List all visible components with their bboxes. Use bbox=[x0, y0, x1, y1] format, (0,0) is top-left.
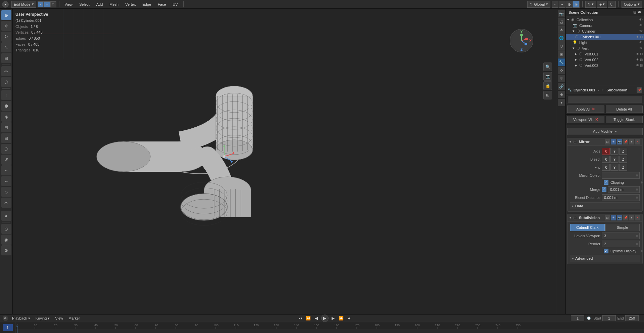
shade-solid[interactable]: ● bbox=[559, 1, 565, 8]
tool-smooth[interactable]: ~ bbox=[1, 165, 11, 175]
merge-checkbox[interactable]: ✓ bbox=[602, 187, 606, 192]
transform-selector[interactable]: ⊕ Global ▾ bbox=[527, 1, 550, 8]
search-input[interactable] bbox=[568, 96, 642, 102]
tree-item-vert002[interactable]: ▸ ⬡ Vert.002 👁 ⊟ bbox=[566, 57, 644, 63]
mirror-menu-icon[interactable]: ▾ bbox=[629, 139, 634, 144]
subd-realtime-icon[interactable]: 👁 bbox=[611, 215, 616, 220]
shade-rendered[interactable]: ◉ bbox=[573, 1, 580, 8]
props-world-icon[interactable]: ⬡ bbox=[558, 42, 565, 50]
mirror-axis-x[interactable]: X bbox=[602, 148, 610, 155]
keying-btn[interactable]: Keying ▾ bbox=[34, 316, 51, 321]
frame-block[interactable]: 1 bbox=[3, 324, 13, 331]
tree-item-camera[interactable]: 📷 Camera 👁 bbox=[566, 23, 644, 28]
gizmo-btn[interactable]: ⊕ ▾ bbox=[585, 1, 596, 8]
mirror-icon-1[interactable]: ⊟ bbox=[605, 139, 610, 144]
col-eye-icon[interactable]: 👁 bbox=[639, 18, 643, 22]
menu-add[interactable]: Add bbox=[94, 2, 106, 7]
bisect-dist-value[interactable]: 0.001 m bbox=[602, 194, 640, 201]
menu-view[interactable]: View bbox=[62, 2, 76, 7]
vert001-eye[interactable]: 👁 bbox=[636, 52, 639, 56]
mirror-axis-z[interactable]: Z bbox=[619, 148, 627, 155]
subd-render-icon[interactable]: 📷 bbox=[617, 215, 622, 220]
levels-viewport-input[interactable]: 3 bbox=[602, 233, 640, 239]
props-render-icon[interactable]: 📷 bbox=[558, 10, 565, 17]
mirror-realtime-icon[interactable]: 👁 bbox=[611, 139, 616, 144]
prev-key-btn[interactable]: ◀ bbox=[313, 315, 320, 322]
current-frame-display[interactable]: 1 bbox=[571, 315, 584, 321]
vert002-eye[interactable]: 👁 bbox=[636, 58, 639, 61]
toggle-stack-btn[interactable]: Toggle Stack bbox=[606, 116, 643, 123]
mode-selector[interactable]: Edit Mode ▾ bbox=[11, 1, 36, 8]
tree-item-vert003[interactable]: ▸ ⬡ Vert.003 👁 ⊟ bbox=[566, 63, 644, 68]
play-btn[interactable]: ▶ bbox=[321, 315, 329, 322]
tree-item-light[interactable]: 💡 Light 👁 bbox=[566, 40, 644, 45]
subd-menu-icon[interactable]: ▾ bbox=[629, 215, 634, 220]
start-frame-input[interactable]: 1 bbox=[602, 315, 616, 321]
tree-item-vert001[interactable]: ▸ ⬡ Vert.001 👁 ⊟ bbox=[566, 51, 644, 57]
tool-shear[interactable]: ◇ bbox=[1, 187, 11, 197]
add-modifier-btn[interactable]: Add Modifier ▾ bbox=[567, 128, 643, 135]
light-eye-icon[interactable]: 👁 bbox=[639, 41, 643, 44]
tool-extra-3[interactable]: ⚙ bbox=[1, 245, 11, 255]
render-input[interactable]: 2 bbox=[602, 241, 640, 247]
apply-all-btn[interactable]: Apply All ✕ bbox=[567, 106, 604, 113]
tool-cursor[interactable]: ⊕ bbox=[1, 10, 11, 20]
tool-move[interactable]: ✥ bbox=[1, 21, 11, 31]
subd-advanced-section[interactable]: ▸ Advanced bbox=[570, 255, 640, 262]
menu-face[interactable]: Face bbox=[155, 2, 168, 7]
mirror-close-icon[interactable]: ✕ bbox=[635, 139, 640, 144]
viewport[interactable]: User Perspective (1) Cylinder.001 Object… bbox=[13, 9, 557, 314]
tree-item-cylinder[interactable]: ▾ ⬡ Cylinder 👁 bbox=[566, 28, 644, 34]
tool-transform[interactable]: ⊞ bbox=[1, 53, 11, 63]
mirror-bisect-y[interactable]: Y bbox=[610, 156, 618, 163]
tool-loop-cut[interactable]: ⊟ bbox=[1, 122, 11, 132]
mirror-bisect-z[interactable]: Z bbox=[619, 156, 627, 163]
tool-extra-1[interactable]: ⊙ bbox=[1, 224, 11, 234]
mirror-data-section[interactable]: ▸ Data bbox=[570, 202, 640, 209]
shade-wireframe[interactable]: ○ bbox=[552, 1, 558, 8]
tool-extra-2[interactable]: ◉ bbox=[1, 235, 11, 245]
mirror-pin-icon[interactable]: 📌 bbox=[623, 139, 628, 144]
mode-vertex-icon[interactable]: ▪ bbox=[38, 1, 44, 7]
zoom-in-btn[interactable]: 🔍 bbox=[543, 63, 552, 71]
timeline-area-icon[interactable]: ⊕ bbox=[3, 316, 8, 321]
catmull-clark-btn[interactable]: Catmull-Clark bbox=[570, 224, 605, 231]
props-view-icon[interactable]: 👁 bbox=[558, 26, 565, 34]
viewport-gizmo[interactable]: X Y Z bbox=[510, 29, 537, 56]
options-btn[interactable]: Options ▾ bbox=[622, 1, 642, 8]
vert003-extra[interactable]: ⊟ bbox=[640, 64, 643, 67]
tool-extrude[interactable]: ↑ bbox=[1, 90, 11, 100]
merge-value[interactable]: 0.001 m bbox=[608, 186, 640, 193]
mirror-object-input[interactable] bbox=[602, 172, 640, 179]
mirror-axis-y[interactable]: Y bbox=[610, 148, 618, 155]
cylinder001-extra-icon[interactable]: ⊟ bbox=[640, 35, 643, 39]
mirror-modifier-header[interactable]: ▾ ⬡ Mirror ⊟ 👁 📷 📌 ▾ ✕ bbox=[567, 138, 642, 146]
next-key-btn[interactable]: ▶ bbox=[330, 315, 337, 322]
grid-view-btn[interactable]: ⊞ bbox=[543, 91, 552, 99]
tree-item-collection[interactable]: ▾ ◉ Collection 👁 bbox=[566, 17, 644, 23]
scene-eye-icon[interactable]: 👁 bbox=[638, 10, 641, 14]
clipping-checkbox[interactable]: ✓ bbox=[604, 180, 608, 185]
tool-rotate[interactable]: ↻ bbox=[1, 32, 11, 42]
subd-close-icon[interactable]: ✕ bbox=[635, 215, 640, 220]
next-frame-btn[interactable]: ⏩ bbox=[338, 315, 345, 322]
props-physics-icon[interactable]: ⚛ bbox=[558, 75, 565, 82]
tool-spin[interactable]: ↺ bbox=[1, 155, 11, 165]
subd-modifier-header[interactable]: ▾ ⬡ Subdivision ⊟ 👁 📷 📌 ▾ ✕ bbox=[567, 214, 642, 222]
viewport-vis-btn[interactable]: Viewport Vis ✕ bbox=[567, 116, 604, 123]
timeline-numbers[interactable]: 1 10 20 30 40 50 60 70 80 90 1 bbox=[15, 322, 644, 333]
simple-btn[interactable]: Simple bbox=[605, 224, 640, 231]
menu-edge[interactable]: Edge bbox=[140, 2, 154, 7]
tool-inset[interactable]: ⬢ bbox=[1, 101, 11, 111]
menu-select[interactable]: Select bbox=[77, 2, 92, 7]
mode-edge-icon[interactable]: ╌ bbox=[44, 1, 50, 7]
props-object-icon[interactable]: ▣ bbox=[558, 50, 565, 58]
tool-bevel[interactable]: ◈ bbox=[1, 112, 11, 122]
mode-face-icon[interactable]: □ bbox=[50, 1, 56, 7]
prev-frame-btn[interactable]: ⏪ bbox=[305, 315, 312, 322]
mirror-render-icon[interactable]: 📷 bbox=[617, 139, 622, 144]
optimal-display-checkbox[interactable]: ✓ bbox=[604, 249, 608, 253]
shade-material[interactable]: ◕ bbox=[566, 1, 573, 8]
playback-btn[interactable]: Playback ▾ bbox=[11, 316, 32, 321]
subd-icon-1[interactable]: ⊟ bbox=[605, 215, 610, 220]
